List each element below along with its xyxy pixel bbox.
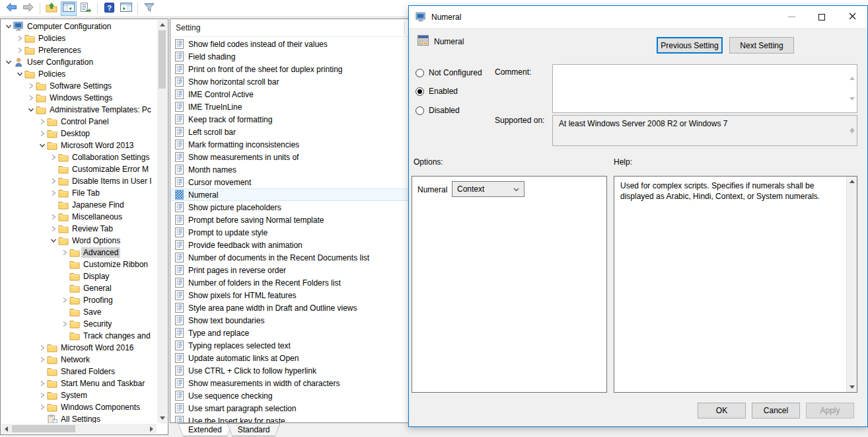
tree-item-policies[interactable]: Policies: [1, 68, 157, 80]
chevron-right-icon[interactable]: [49, 212, 58, 221]
scroll-up-icon[interactable]: [850, 118, 855, 128]
chevron-down-icon[interactable]: [4, 22, 13, 31]
show-action-pane-button[interactable]: [118, 1, 134, 16]
chevron-right-icon[interactable]: [60, 248, 69, 257]
tree-item-security[interactable]: Security: [1, 318, 157, 330]
scroll-down-button[interactable]: [847, 382, 857, 392]
radio-disabled[interactable]: Disabled: [416, 106, 460, 115]
up-one-level-button[interactable]: [44, 1, 59, 16]
tree-item-shared-folders[interactable]: Shared Folders: [1, 366, 157, 377]
vertical-scroll-thumb[interactable]: [159, 30, 166, 89]
tree-item-software-settings[interactable]: Software Settings: [1, 80, 157, 92]
show-console-tree-button[interactable]: [61, 1, 77, 16]
scroll-right-button[interactable]: [147, 424, 157, 434]
tree-item-general[interactable]: General: [1, 282, 157, 294]
tree-item-control-panel[interactable]: Control Panel: [1, 116, 157, 128]
tree-item-microsoft-word-2016[interactable]: Microsoft Word 2016: [1, 342, 157, 354]
tree-item-network[interactable]: Network: [1, 354, 157, 366]
tree-item-japanese-find[interactable]: Japanese Find: [1, 199, 157, 211]
tree-item-preferences[interactable]: Preferences: [1, 44, 157, 56]
forward-button[interactable]: [20, 1, 36, 16]
minimize-button[interactable]: [776, 6, 807, 28]
tab-extended[interactable]: Extended: [178, 423, 233, 436]
tree-item-user-configuration[interactable]: User Configuration: [1, 56, 157, 68]
tree-item-disable-items-in-user-i[interactable]: Disable Items in User I: [1, 175, 157, 187]
tree-item-customizable-error-m[interactable]: Customizable Error M: [1, 163, 157, 175]
chevron-right-icon[interactable]: [15, 46, 24, 55]
chevron-right-icon[interactable]: [38, 343, 47, 352]
tree-item-word-options[interactable]: Word Options: [1, 235, 157, 247]
chevron-right-icon[interactable]: [60, 296, 69, 305]
tree-item-start-menu-and-taskbar[interactable]: Start Menu and Taskbar: [1, 377, 157, 389]
tree-item-all-settings[interactable]: All Settings: [1, 413, 157, 423]
horizontal-scroll-thumb[interactable]: [12, 425, 75, 432]
scroll-up-button[interactable]: [847, 177, 857, 186]
tree-item-save[interactable]: Save: [1, 306, 157, 318]
scroll-down-icon[interactable]: [850, 100, 855, 110]
dialog-titlebar[interactable]: Numeral: [409, 6, 867, 28]
tree-item-file-tab[interactable]: File Tab: [1, 187, 157, 199]
chevron-right-icon[interactable]: [49, 153, 58, 162]
tree-item-windows-components[interactable]: Windows Components: [1, 401, 157, 413]
help-scrollbar[interactable]: [846, 177, 857, 392]
chevron-right-icon[interactable]: [38, 355, 47, 364]
chevron-right-icon[interactable]: [38, 379, 47, 388]
chevron-right-icon[interactable]: [38, 117, 47, 126]
tree-item-review-tab[interactable]: Review Tab: [1, 223, 157, 235]
chevron-right-icon[interactable]: [49, 224, 58, 233]
chevron-right-icon[interactable]: [38, 403, 47, 412]
chevron-right-icon[interactable]: [26, 93, 36, 102]
maximize-button[interactable]: [807, 6, 837, 28]
tree-item-policies[interactable]: Policies: [1, 32, 157, 44]
tree-item-track-changes-and[interactable]: Track changes and: [1, 330, 157, 342]
chevron-down-icon[interactable]: [15, 69, 24, 79]
tree-item-desktop[interactable]: Desktop: [1, 128, 157, 139]
apply-button[interactable]: Apply: [806, 403, 854, 418]
tree-item-proofing[interactable]: Proofing: [1, 294, 157, 306]
close-button[interactable]: [837, 6, 867, 28]
ok-button[interactable]: OK: [698, 403, 746, 418]
radio-circle-icon[interactable]: [416, 69, 424, 77]
chevron-right-icon[interactable]: [60, 319, 69, 329]
previous-setting-button[interactable]: Previous Setting: [657, 37, 723, 54]
tree-item-customize-ribbon[interactable]: Customize Ribbon: [1, 258, 157, 270]
tree-vertical-scrollbar[interactable]: [157, 20, 167, 423]
scroll-up-button[interactable]: [157, 20, 167, 30]
chevron-right-icon[interactable]: [38, 129, 47, 138]
numeral-dropdown[interactable]: Context: [452, 181, 524, 197]
tree-item-windows-settings[interactable]: Windows Settings: [1, 92, 157, 104]
chevron-right-icon[interactable]: [15, 34, 24, 43]
cancel-button[interactable]: Cancel: [752, 403, 800, 418]
back-button[interactable]: [3, 1, 19, 16]
export-list-button[interactable]: [78, 1, 94, 16]
chevron-right-icon[interactable]: [49, 177, 58, 186]
tree-item-collaboration-settings[interactable]: Collaboration Settings: [1, 151, 157, 163]
chevron-right-icon[interactable]: [26, 81, 36, 91]
scroll-up-icon[interactable]: [850, 67, 855, 77]
chevron-right-icon[interactable]: [38, 391, 47, 400]
chevron-right-icon[interactable]: [49, 188, 58, 198]
radio-circle-selected-icon[interactable]: [416, 87, 424, 96]
tree-item-administrative-templates-pc[interactable]: Administrative Templates: Pc: [1, 104, 157, 116]
scroll-down-button[interactable]: [157, 413, 167, 423]
scroll-down-icon[interactable]: [850, 134, 855, 143]
tab-standard[interactable]: Standard: [227, 423, 281, 436]
tree-item-display[interactable]: Display: [1, 270, 157, 282]
chevron-down-icon[interactable]: [38, 141, 47, 150]
next-setting-button[interactable]: Next Setting: [729, 37, 794, 54]
radio-circle-icon[interactable]: [416, 106, 424, 115]
tree-item-computer-configuration[interactable]: Computer Configuration: [1, 20, 157, 32]
scroll-left-button[interactable]: [1, 424, 11, 434]
chevron-down-icon[interactable]: [4, 58, 13, 67]
tree-horizontal-scrollbar[interactable]: [1, 424, 157, 434]
tree-item-system[interactable]: System: [1, 389, 157, 401]
radio-enabled[interactable]: Enabled: [416, 87, 458, 96]
radio-not-configured[interactable]: Not Configured: [416, 68, 482, 77]
chevron-down-icon[interactable]: [26, 105, 36, 114]
help-button[interactable]: ?: [101, 1, 117, 16]
column-divider[interactable]: [404, 22, 405, 34]
tree-item-miscellaneous[interactable]: Miscellaneous: [1, 211, 157, 223]
filter-button[interactable]: [141, 1, 157, 16]
chevron-down-icon[interactable]: [49, 236, 58, 245]
tree-item-microsoft-word-2013[interactable]: Microsoft Word 2013: [1, 139, 157, 151]
